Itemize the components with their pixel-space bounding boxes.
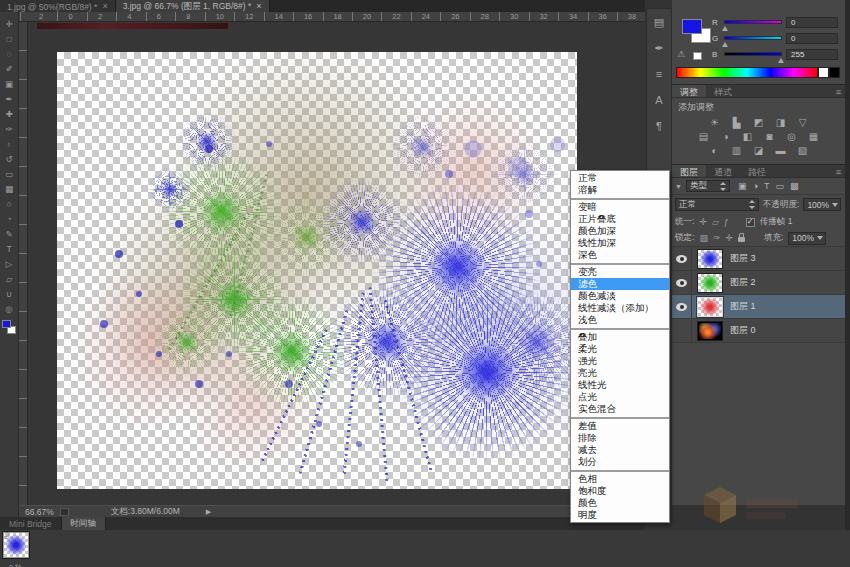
- bottom-panel-tab[interactable]: 时间轴: [61, 517, 107, 530]
- lock-position-icon[interactable]: ✛: [725, 233, 733, 243]
- blend-menu-item[interactable]: 明度: [571, 509, 669, 521]
- crop-tool[interactable]: ▣: [1, 76, 18, 91]
- fill-field[interactable]: 100%: [788, 232, 826, 245]
- character-panel-icon[interactable]: A: [655, 95, 662, 106]
- healing-brush-tool[interactable]: ✚: [1, 106, 18, 121]
- color-lookup-icon[interactable]: ▦: [807, 130, 821, 143]
- layer-row[interactable]: 图层 1: [672, 295, 845, 319]
- color-spectrum-ramp[interactable]: [676, 67, 818, 78]
- blend-menu-item[interactable]: 色相: [571, 473, 669, 485]
- slider-handle[interactable]: [778, 58, 784, 63]
- blend-menu-item[interactable]: [571, 468, 669, 473]
- dodge-tool[interactable]: ◔: [1, 211, 18, 226]
- visibility-toggle[interactable]: [672, 247, 692, 271]
- selective-color-icon[interactable]: ▧: [796, 144, 810, 157]
- history-panel-icon[interactable]: ▤: [654, 17, 664, 28]
- lock-transparency-icon[interactable]: ▨: [699, 233, 708, 243]
- blend-menu-item[interactable]: 正常: [571, 172, 669, 184]
- blend-menu-item[interactable]: 饱和度: [571, 485, 669, 497]
- filter-shape-icon[interactable]: ▭: [775, 181, 784, 191]
- blend-menu-item[interactable]: 滤色: [571, 278, 669, 290]
- blur-tool[interactable]: ○: [1, 196, 18, 211]
- panel-tab[interactable]: 样式: [706, 85, 740, 97]
- blend-menu-item[interactable]: 颜色: [571, 497, 669, 509]
- blend-menu-item[interactable]: 减去: [571, 444, 669, 456]
- channel-mixer-icon[interactable]: ◎: [785, 130, 799, 143]
- move-tool[interactable]: ✛: [1, 16, 18, 31]
- blend-menu-item[interactable]: 叠加: [571, 331, 669, 343]
- unify-position-icon[interactable]: ✛: [699, 217, 707, 227]
- blend-menu-item[interactable]: 排除: [571, 432, 669, 444]
- layer-thumbnail[interactable]: [697, 297, 723, 317]
- layer-thumbnail[interactable]: [697, 249, 723, 269]
- blend-menu-item[interactable]: 颜色加深: [571, 225, 669, 237]
- hue-saturation-icon[interactable]: ▤: [697, 130, 711, 143]
- blend-menu-item[interactable]: 差值: [571, 420, 669, 432]
- websafe-color-icon[interactable]: [693, 52, 702, 60]
- photo-filter-icon[interactable]: ◙: [763, 130, 777, 143]
- clone-stamp-tool[interactable]: ♁: [1, 136, 18, 151]
- frame-duration[interactable]: 0 秒 ▼: [9, 563, 28, 567]
- status-flyout-button[interactable]: ▶: [206, 508, 211, 516]
- brush-panel-icon[interactable]: ✒: [654, 43, 663, 54]
- panel-menu-icon[interactable]: ≡: [836, 85, 845, 97]
- blend-menu-item[interactable]: [571, 261, 669, 266]
- slider-handle[interactable]: [722, 26, 728, 31]
- channel-slider[interactable]: [724, 36, 782, 40]
- propagate-frame-checkbox[interactable]: [746, 218, 755, 227]
- gamut-warning-icon[interactable]: ⚠: [677, 49, 685, 59]
- layer-row[interactable]: 图层 2: [672, 271, 845, 295]
- marquee-tool[interactable]: □: [1, 31, 18, 46]
- foreground-color-swatch[interactable]: [682, 19, 702, 34]
- bottom-panel-tab[interactable]: Mini Bridge: [0, 517, 61, 530]
- panel-tab[interactable]: 路径: [740, 165, 774, 177]
- blend-menu-item[interactable]: 变暗: [571, 201, 669, 213]
- zoom-tool[interactable]: ◎: [1, 301, 18, 316]
- foreground-color-swatch[interactable]: [2, 320, 11, 328]
- eyedropper-tool[interactable]: ✒: [1, 91, 18, 106]
- panel-menu-icon[interactable]: ≡: [836, 165, 845, 177]
- type-tool[interactable]: T: [1, 241, 18, 256]
- layer-thumbnail[interactable]: [697, 321, 723, 341]
- toolbox-color-swatches[interactable]: [2, 320, 16, 334]
- blend-menu-item[interactable]: 划分: [571, 456, 669, 468]
- unify-style-icon[interactable]: ƒ: [724, 217, 729, 227]
- lock-pixels-icon[interactable]: ✑: [713, 233, 721, 243]
- layer-thumbnail[interactable]: [697, 273, 723, 293]
- panel-tab[interactable]: 通道: [706, 165, 740, 177]
- quick-selection-tool[interactable]: ✐: [1, 61, 18, 76]
- blend-menu-item[interactable]: [571, 326, 669, 331]
- document-canvas[interactable]: [57, 52, 577, 489]
- blend-menu-item[interactable]: 线性光: [571, 379, 669, 391]
- blend-menu-item[interactable]: 点光: [571, 391, 669, 403]
- hand-tool[interactable]: ∪: [1, 286, 18, 301]
- paragraph-panel-icon[interactable]: ¶: [656, 121, 662, 132]
- threshold-icon[interactable]: ◪: [752, 144, 766, 157]
- channel-slider[interactable]: [724, 20, 782, 24]
- opacity-field[interactable]: 100%: [803, 198, 841, 211]
- zoom-level-field[interactable]: 66.67%: [19, 507, 60, 517]
- black-white-icon[interactable]: ◧: [741, 130, 755, 143]
- unify-visibility-icon[interactable]: ▱: [712, 217, 719, 227]
- channel-slider[interactable]: [724, 52, 782, 56]
- channel-value-field[interactable]: 0: [786, 33, 838, 44]
- channel-value-field[interactable]: 0: [786, 17, 838, 28]
- lock-all-icon[interactable]: [738, 237, 745, 242]
- close-icon[interactable]: ×: [256, 2, 261, 11]
- blend-menu-item[interactable]: 浅色: [571, 314, 669, 326]
- blend-menu-item[interactable]: 深色: [571, 249, 669, 261]
- properties-panel-icon[interactable]: ≡: [656, 69, 662, 80]
- curves-icon[interactable]: ◩: [752, 116, 766, 129]
- pen-tool[interactable]: ✎: [1, 226, 18, 241]
- blend-menu-item[interactable]: 线性减淡（添加）: [571, 302, 669, 314]
- invert-icon[interactable]: ◐: [708, 144, 722, 157]
- spectrum-black-swatch[interactable]: [829, 67, 840, 78]
- blend-menu-item[interactable]: 线性加深: [571, 237, 669, 249]
- vibrance-icon[interactable]: ▽: [796, 116, 810, 129]
- blend-menu-item[interactable]: 柔光: [571, 343, 669, 355]
- visibility-toggle[interactable]: [672, 319, 692, 343]
- levels-icon[interactable]: ▙: [730, 116, 744, 129]
- brightness-contrast-icon[interactable]: ☀: [708, 116, 722, 129]
- filter-pixel-icon[interactable]: ▣: [738, 181, 747, 191]
- blend-menu-item[interactable]: 变亮: [571, 266, 669, 278]
